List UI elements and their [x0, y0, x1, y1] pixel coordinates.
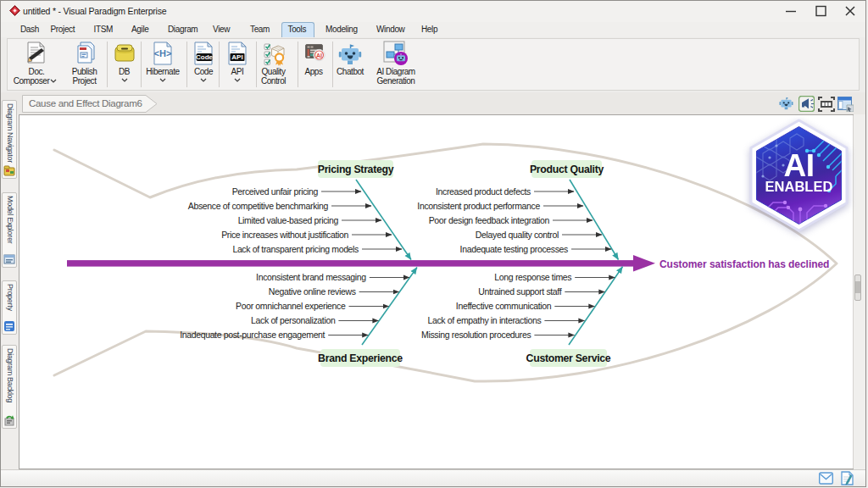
svg-text:Lack of personalization: Lack of personalization	[251, 315, 336, 325]
svg-text:Brand Experience: Brand Experience	[318, 352, 403, 364]
svg-text:Code: Code	[196, 53, 214, 61]
svg-text:Lack of transparent pricing mo: Lack of transparent pricing models	[232, 244, 359, 254]
svg-text:Inconsistent product performan: Inconsistent product performance	[417, 201, 540, 211]
svg-text:Customer Service: Customer Service	[526, 352, 611, 364]
svg-text:Perceived unfair pricing: Perceived unfair pricing	[232, 186, 319, 197]
svg-text:Limited value-based pricing: Limited value-based pricing	[238, 215, 339, 225]
svg-text:Missing resolution procedures: Missing resolution procedures	[421, 330, 531, 340]
svg-text:Poor omnichannel experience: Poor omnichannel experience	[236, 301, 346, 311]
svg-text:Untrained support staff: Untrained support staff	[478, 286, 561, 297]
svg-text:Product Quality: Product Quality	[530, 164, 604, 175]
svg-text:API: API	[231, 53, 242, 61]
svg-text:Lack of empathy in interaction: Lack of empathy in interactions	[427, 315, 541, 325]
svg-text:Increased product defects: Increased product defects	[436, 186, 531, 197]
svg-text:Poor design feedback integrati: Poor design feedback integration	[429, 215, 550, 225]
svg-text:AI: AI	[316, 53, 322, 58]
svg-text:Customer satisfaction has decl: Customer satisfaction has declined	[659, 258, 829, 270]
svg-text:Ineffective communication: Ineffective communication	[456, 301, 552, 311]
svg-text:ENABLED: ENABLED	[765, 179, 833, 194]
svg-text:Inadequate testing processes: Inadequate testing processes	[460, 244, 568, 254]
svg-text:Pricing Strategy: Pricing Strategy	[318, 164, 394, 175]
svg-text:Price increases without justif: Price increases without justification	[221, 230, 348, 240]
svg-text:Inadequate post-purchase engag: Inadequate post-purchase engagement	[180, 330, 325, 340]
svg-text:Inconsistent brand messaging: Inconsistent brand messaging	[256, 272, 366, 282]
svg-text:Negative online reviews: Negative online reviews	[269, 286, 356, 297]
svg-text:Long response times: Long response times	[494, 272, 571, 282]
svg-text:<H>: <H>	[154, 48, 172, 58]
svg-text:Absence of competitive benchma: Absence of competitive benchmarking	[188, 201, 329, 211]
svg-text:Delayed quality control: Delayed quality control	[476, 230, 559, 240]
